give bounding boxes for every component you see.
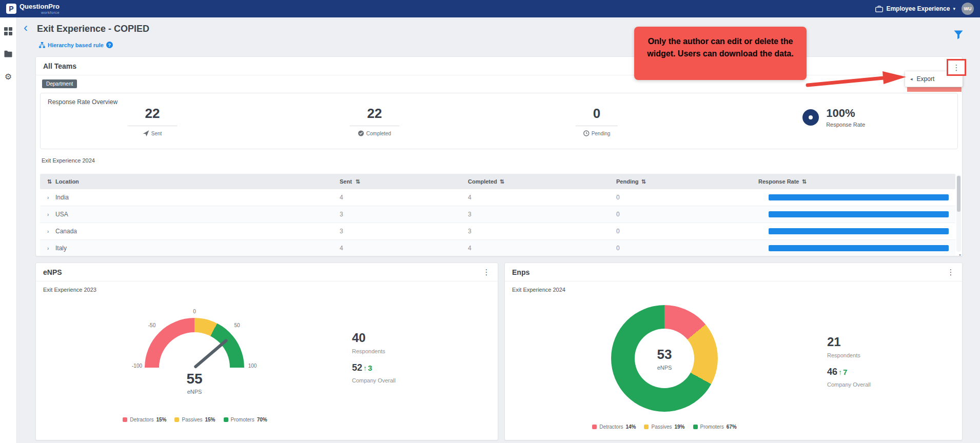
widget-kebab-menu[interactable]: ⋮ — [947, 59, 966, 76]
annotation-callout: Only the author can edit or delete the w… — [634, 27, 807, 80]
row-completed: 4 — [468, 240, 472, 256]
gauge-arc — [145, 318, 244, 368]
navbar-right: Employee Experience ▾ WU — [875, 3, 974, 15]
stat-sent-value: 22 — [128, 106, 178, 126]
expand-chevron-icon[interactable]: › — [47, 206, 49, 223]
row-pending: 0 — [616, 189, 620, 206]
column-header-completed[interactable]: Completed — [468, 174, 497, 189]
row-location: USA — [55, 206, 68, 223]
dashboard-grid-icon — [4, 27, 12, 35]
help-icon[interactable]: ? — [106, 42, 113, 48]
table-row-italy[interactable]: › Italy 4 4 0 — [40, 240, 955, 256]
folder-icon — [4, 50, 12, 57]
enps-donut-widget: Enps ⋮ Exit Experience 2024 53 eNPS Detr… — [504, 263, 963, 440]
filter-button[interactable] — [953, 30, 966, 42]
enps-gauge-chart: -100 -50 0 50 100 — [145, 318, 244, 368]
respondents-label: Respondents — [827, 352, 871, 358]
respondents-label: Respondents — [352, 348, 396, 354]
stat-pending-label: Pending — [592, 131, 611, 136]
legend-item-promoters: Promoters 67% — [693, 424, 737, 430]
up-arrow-icon: ↑ — [363, 364, 367, 372]
company-overall-delta: 7 — [843, 368, 847, 376]
response-rate-block: 100% Response Rate — [802, 107, 865, 128]
back-button[interactable]: ‹ — [24, 21, 28, 35]
table-row-usa[interactable]: › USA 3 3 0 — [40, 206, 955, 223]
gauge-tick: -50 — [148, 323, 155, 328]
legend-item-detractors: Detractors 15% — [123, 417, 166, 422]
gauge-tick: 50 — [234, 323, 240, 328]
sort-icon[interactable]: ⇅ — [356, 174, 360, 189]
column-header-location[interactable]: Location — [55, 174, 79, 189]
sort-icon[interactable]: ⇅ — [641, 174, 646, 189]
brand-subtitle: workforce — [19, 11, 60, 15]
up-arrow-icon: ↑ — [838, 368, 842, 376]
sort-icon[interactable]: ⇅ — [47, 174, 52, 189]
enps-donut-header: Enps ⋮ — [505, 263, 962, 281]
gauge-tick: 100 — [248, 363, 257, 369]
column-header-response-rate[interactable]: Response Rate — [758, 174, 799, 189]
left-sidebar: ⚙ — [0, 17, 17, 443]
scrollbar-thumb[interactable] — [957, 176, 961, 212]
table-caption: Exit Experience 2024 — [42, 157, 95, 164]
brand-text: QuestionPro workforce — [19, 3, 60, 15]
company-overall-delta: 3 — [368, 364, 372, 372]
widget-title: All Teams — [43, 62, 76, 70]
hierarchy-rule-row: Hierarchy based rule ? — [39, 42, 113, 48]
avatar[interactable]: WU — [962, 3, 974, 15]
enps-gauge-header: eNPS ⋮ — [36, 263, 498, 281]
row-sent: 4 — [340, 189, 343, 206]
promoters-swatch-icon — [224, 417, 228, 422]
all-teams-header: All Teams — [36, 57, 962, 75]
passives-swatch-icon — [174, 417, 179, 422]
donut-legend: Detractors 14% Passives 19% Promoters 67… — [536, 424, 793, 430]
enps-gauge-widget: eNPS ⋮ Exit Experience 2023 -100 -50 0 5… — [35, 263, 498, 440]
table-scrollbar[interactable] — [956, 175, 961, 252]
sidebar-item-settings[interactable]: ⚙ — [4, 72, 13, 81]
expand-chevron-icon[interactable]: › — [47, 189, 49, 206]
passives-swatch-icon — [644, 425, 649, 429]
widget-title: eNPS — [43, 268, 62, 276]
sidebar-item-dashboards[interactable] — [4, 27, 13, 36]
expand-chevron-icon[interactable]: › — [47, 240, 49, 256]
row-completed: 3 — [468, 206, 472, 223]
stat-completed-label: Completed — [366, 131, 391, 136]
top-navbar: P QuestionPro workforce Employee Experie… — [0, 0, 980, 17]
response-rate-ring-icon — [802, 109, 819, 126]
respondents-value: 40 — [352, 331, 396, 345]
export-label: Export — [917, 75, 935, 83]
legend-item-passives: Passives 15% — [174, 417, 215, 422]
column-header-sent[interactable]: Sent — [340, 174, 352, 189]
stat-sent: 22 Sent — [128, 106, 178, 136]
detractors-swatch-icon — [123, 417, 127, 422]
sidebar-item-folders[interactable] — [4, 49, 13, 58]
legend-item-promoters: Promoters 70% — [224, 417, 267, 422]
annotation-highlight-strip — [907, 87, 962, 92]
column-header-pending[interactable]: Pending — [616, 174, 638, 189]
department-badge: Department — [42, 79, 77, 88]
all-teams-widget: All Teams Department Response Rate Overv… — [35, 56, 963, 256]
stat-pending: 0 Pending — [576, 106, 618, 136]
scroll-down-icon[interactable]: ▾ — [959, 253, 961, 256]
promoters-swatch-icon — [693, 425, 698, 429]
row-location: India — [55, 189, 69, 206]
workspace-label: Employee Experience — [886, 5, 950, 12]
row-sent: 4 — [340, 240, 343, 256]
donut-side-stats: 21 Respondents 46 ↑ 7 Company Overall — [827, 335, 871, 388]
brand-home-link[interactable]: P QuestionPro workforce — [6, 3, 60, 15]
expand-chevron-icon[interactable]: › — [47, 223, 49, 240]
company-overall-label: Company Overall — [352, 377, 396, 384]
donut-hole: 53 eNPS — [635, 329, 694, 388]
widget-title: Enps — [512, 268, 530, 276]
enps-unit-label: eNPS — [657, 365, 672, 371]
sort-icon[interactable]: ⇅ — [500, 174, 504, 189]
table-row-india[interactable]: › India 4 4 0 — [40, 189, 955, 206]
row-sent: 3 — [340, 206, 343, 223]
enps-value: 53 — [657, 347, 672, 363]
sort-icon[interactable]: ⇅ — [802, 174, 807, 189]
workspace-selector[interactable]: Employee Experience ▾ — [875, 5, 955, 12]
row-completed: 4 — [468, 189, 472, 206]
table-row-canada[interactable]: › Canada 3 3 0 — [40, 223, 955, 240]
row-pending: 0 — [616, 223, 620, 240]
kebab-menu-icon[interactable]: ⋮ — [947, 268, 955, 277]
kebab-menu-icon[interactable]: ⋮ — [482, 268, 491, 277]
